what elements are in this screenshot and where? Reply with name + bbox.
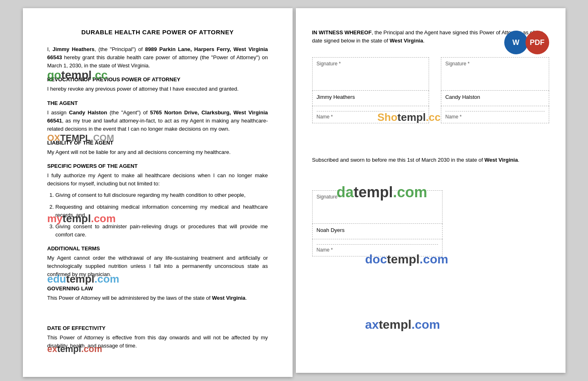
sig-bot-left-name-label-cell: Name * (312, 239, 442, 256)
specific-powers-section: SPECIFIC POWERS OF THE AGENT I fully aut… (47, 163, 268, 239)
additional-terms-body: My Agent cannot order the withdrawal of … (47, 254, 268, 279)
page-title: DURABLE HEALTH CARE POWER OF ATTORNEY (47, 29, 268, 36)
date-effectivity-body: This Power of Attorney is effective from… (47, 334, 268, 350)
list-item-2: Requesting and obtaining medical informa… (56, 203, 268, 219)
agent-body-mid: (the "Agent") of (107, 109, 150, 116)
signatures-bottom-table: Signature * Noah Dyers Name * (312, 190, 443, 256)
agent-heading: THE AGENT (47, 100, 268, 106)
list-item-3: Giving consent to administer pain-reliev… (56, 223, 268, 239)
sig-bot-row-2: Noah Dyers (312, 224, 442, 239)
governing-law-pre: This Power of Attorney will be administe… (47, 295, 212, 301)
intro-text: , (the "Principal") of (94, 46, 145, 52)
subscribed-state: West Virginia (485, 157, 518, 163)
sig-top-left-name: Jimmy Heathers (317, 94, 425, 100)
watermark-axtempl: axtempl.com (365, 318, 440, 332)
sig-top-right-sig: Signature * (441, 58, 549, 91)
specific-powers-intro: I fully authorize my Agent to make all h… (47, 172, 268, 187)
agent-section: THE AGENT I assign Candy Halston (the "A… (47, 100, 268, 133)
sig-top-spacer (429, 58, 441, 91)
sig-top-left-name-label-cell: Name * (312, 106, 429, 123)
sig-top-right-name-label-cell: Name * (441, 106, 549, 123)
sig-top-row-3: Name * Name * (312, 106, 549, 123)
sig-top-spacer-3 (429, 106, 441, 123)
intro-section: I, Jimmy Heathers, (the "Principal") of … (47, 45, 268, 70)
list-item-1: Giving of consent to full disclosure reg… (56, 191, 268, 199)
subscribed-text: Subscribed and sworn to before me this 1… (312, 156, 549, 164)
badge-w: W (504, 31, 528, 54)
revocation-section: REVOCATION OF PREVIOUS POWER OF ATTORNEY… (47, 76, 268, 93)
principal-name: Jimmy Heathers (53, 46, 95, 52)
badge-container: W PDF (507, 31, 549, 54)
sig-top-right-name: Candy Halston (445, 94, 545, 100)
sig-top-spacer-2 (429, 91, 441, 106)
revocation-body: I hereby revoke any previous power of at… (47, 85, 268, 93)
subscribed-post: . (518, 157, 519, 163)
additional-terms-heading: ADDITIONAL TERMS (47, 245, 268, 252)
revocation-heading: REVOCATION OF PREVIOUS POWER OF ATTORNEY (47, 76, 268, 82)
badge-pdf: PDF (525, 31, 549, 54)
specific-powers-list: Giving of consent to full disclosure reg… (56, 191, 268, 239)
sig-bot-left-sig: Signature * (312, 191, 442, 224)
signatures-top-table: Signature * Signature * Jimmy Heathers C… (312, 57, 549, 123)
subscribed-pre: Subscribed and sworn to before me this 1… (312, 157, 485, 163)
agent-body-post: , as my true and lawful attorney-in-fact… (47, 118, 268, 132)
left-page: gotempl.cc OXTEMPL.COM mytempl.com edute… (23, 8, 293, 377)
sig-top-right-name-label: Name * (445, 111, 545, 120)
sig-top-right-label: Signature * (445, 61, 545, 67)
agent-name: Candy Halston (69, 109, 107, 116)
date-effectivity-section: DATE OF EFFECTIVITY This Power of Attorn… (47, 325, 268, 350)
governing-law-post: . (246, 295, 247, 301)
agent-body: I assign Candy Halston (the "Agent") of … (47, 109, 268, 133)
sig-bot-left-name: Noah Dyers (317, 227, 438, 233)
governing-law-heading: GOVERNING LAW (47, 285, 268, 292)
grant-text: hereby grant this durable health care po… (47, 54, 268, 69)
date-effectivity-heading: DATE OF EFFECTIVITY (47, 325, 268, 331)
sig-bot-row-3: Name * (312, 239, 442, 256)
liability-heading: LIABILITY OF THE AGENT (47, 140, 268, 146)
sig-top-left-sig: Signature * (312, 58, 429, 91)
liability-section: LIABILITY OF THE AGENT My Agent will not… (47, 140, 268, 156)
agent-body-pre: I assign (47, 109, 69, 116)
sig-bot-row-1: Signature * (312, 191, 442, 224)
sig-top-row-1: Signature * Signature * (312, 58, 549, 91)
witness-state: West Virginia (390, 38, 423, 44)
sig-top-left-name-cell: Jimmy Heathers (312, 91, 429, 106)
governing-law-state: West Virginia (212, 295, 246, 301)
additional-terms-section: ADDITIONAL TERMS My Agent cannot order t… (47, 245, 268, 279)
sig-top-right-name-cell: Candy Halston (441, 91, 549, 106)
sig-bot-left-label: Signature * (317, 194, 438, 200)
specific-powers-body: I fully authorize my Agent to make all h… (47, 172, 268, 239)
sig-bot-left-name-label: Name * (317, 244, 438, 253)
witness-bold-start: IN WITNESS WHEREOF (312, 29, 372, 36)
sig-top-left-name-label: Name * (317, 111, 425, 120)
governing-law-section: GOVERNING LAW This Power of Attorney wil… (47, 285, 268, 302)
intro-body: I, Jimmy Heathers, (the "Principal") of … (47, 45, 268, 70)
sig-bot-left-name-cell: Noah Dyers (312, 224, 442, 239)
right-page: W PDF Shotempl.cc datempl.com doctempl.c… (296, 8, 566, 373)
liability-body: My Agent will not be liable for any and … (47, 148, 268, 156)
specific-powers-heading: SPECIFIC POWERS OF THE AGENT (47, 163, 268, 169)
governing-law-body: This Power of Attorney will be administe… (47, 294, 268, 302)
sig-top-left-label: Signature * (317, 61, 425, 67)
witness-post: . (423, 38, 425, 44)
sig-top-row-2: Jimmy Heathers Candy Halston (312, 91, 549, 106)
